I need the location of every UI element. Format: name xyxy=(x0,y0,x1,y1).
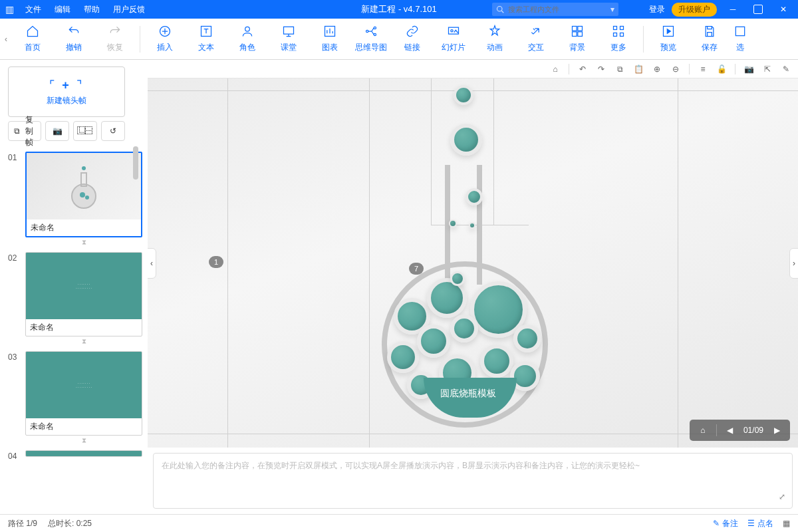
tool-select[interactable]: 选 xyxy=(730,19,750,60)
home-icon[interactable]: ⌂ xyxy=(550,64,561,74)
svg-point-24 xyxy=(80,192,85,198)
notes-placeholder: 在此处输入您的备注内容，在预览时开启双屏模式，可以实现A屏全屏播放演示内容，B屏… xyxy=(162,461,640,470)
thumbnail-list: 01 未命名 ⧗ 02 · · · · · · ·· · · · · · · ·… xyxy=(8,152,142,514)
thumbnail-3[interactable]: · · · · · · ·· · · · · · · · ·未命名 xyxy=(25,351,142,436)
tool-link[interactable]: 链接 xyxy=(392,19,433,60)
canvas-marker-1[interactable]: 1 xyxy=(209,256,223,268)
pager-home-icon[interactable]: ⌂ xyxy=(695,422,711,438)
qr-button[interactable]: ⿺⿱ xyxy=(73,121,97,141)
tool-mindmap[interactable]: 思维导图 xyxy=(350,19,392,60)
tool-redo: 恢复 xyxy=(94,19,136,60)
svg-line-1 xyxy=(501,11,503,13)
camera-button[interactable]: 📷 xyxy=(45,121,69,141)
main-area: ⌜ + ⌝ 新建镜头帧 ⧉复制帧 📷 ⿺⿱ ↺ 01 未命名 ⧗ xyxy=(0,60,798,514)
timer-icon: ⧗ xyxy=(25,237,142,251)
menu-file[interactable]: 文件 xyxy=(19,4,48,15)
path-indicator: 路径 1/9 xyxy=(8,518,37,529)
search-input[interactable] xyxy=(508,5,610,13)
menu-edit[interactable]: 编辑 xyxy=(48,4,77,15)
menu-help[interactable]: 帮助 xyxy=(77,4,106,15)
tool-undo[interactable]: 撤销 xyxy=(53,19,94,60)
pager-prev-icon[interactable]: ◀ xyxy=(722,422,738,438)
copy-icon[interactable]: ⧉ xyxy=(614,64,625,74)
rotate-right-icon[interactable]: ↷ xyxy=(596,64,606,74)
thumbnail-1[interactable]: 未命名 xyxy=(25,152,142,237)
svg-point-11 xyxy=(451,30,453,32)
zoom-in-icon[interactable]: ⊕ xyxy=(652,64,662,74)
tool-preview[interactable]: 预览 xyxy=(648,19,689,60)
timer-icon: ⧗ xyxy=(25,436,142,449)
tool-class[interactable]: 课堂 xyxy=(268,19,309,60)
duration-indicator: 总时长: 0:25 xyxy=(48,518,92,529)
expand-icon[interactable]: ⤢ xyxy=(779,492,785,501)
edit-icon[interactable]: ✎ xyxy=(781,64,791,74)
export-icon[interactable]: ⇱ xyxy=(762,64,773,74)
notes-panel[interactable]: 在此处输入您的备注内容，在预览时开启双屏模式，可以实现A屏全屏播放演示内容，B屏… xyxy=(153,453,793,509)
thumbnail-4[interactable] xyxy=(25,450,142,457)
minimize-button[interactable]: ─ xyxy=(724,3,742,16)
chevron-down-icon[interactable]: ▾ xyxy=(610,5,614,14)
menu-feedback[interactable]: 用户反馈 xyxy=(106,4,152,15)
lock-icon[interactable]: 🔓 xyxy=(716,64,727,74)
canvas[interactable]: 1 7 圆底烧瓶模板 ‹ › xyxy=(148,78,798,448)
svg-rect-17 xyxy=(620,27,624,30)
tool-slide[interactable]: 幻灯片 xyxy=(433,19,474,60)
svg-rect-16 xyxy=(614,27,617,30)
bubble-icon xyxy=(469,222,475,229)
grid-view-icon[interactable]: ▦ xyxy=(783,519,790,528)
sidebar-scrollbar[interactable] xyxy=(133,146,138,180)
camera-icon[interactable]: 📷 xyxy=(743,64,754,74)
new-frame-button[interactable]: ⌜ + ⌝ 新建镜头帧 xyxy=(8,66,125,117)
app-logo-icon: ▥ xyxy=(0,4,19,15)
paste-icon[interactable]: 📋 xyxy=(633,64,644,74)
tool-background[interactable]: 背景 xyxy=(557,19,598,60)
tool-interact[interactable]: 交互 xyxy=(515,19,557,60)
rollcall-button[interactable]: ☰ 点名 xyxy=(747,518,773,529)
svg-point-9 xyxy=(374,33,376,35)
tool-animation[interactable]: 动画 xyxy=(474,19,515,60)
bubble-icon xyxy=(450,124,482,156)
tool-more[interactable]: 更多 xyxy=(598,19,639,60)
tool-text[interactable]: 文本 xyxy=(186,19,227,60)
bubble-icon xyxy=(466,188,483,205)
login-link[interactable]: 登录 xyxy=(649,4,665,15)
notes-toggle-button[interactable]: ✎ 备注 xyxy=(713,518,738,529)
svg-point-8 xyxy=(374,27,376,29)
bubble-icon xyxy=(454,85,473,105)
toolbar-scroll-left[interactable]: ‹ xyxy=(0,35,12,44)
thumb-number: 01 xyxy=(8,152,21,251)
align-icon[interactable]: ≡ xyxy=(698,64,708,74)
maximize-button[interactable] xyxy=(749,3,767,16)
svg-point-26 xyxy=(82,166,86,170)
bubble-icon xyxy=(450,271,465,286)
collapse-left-button[interactable]: ‹ xyxy=(148,248,156,279)
canvas-area: ⌂ ↶ ↷ ⧉ 📋 ⊕ ⊖ ≡ 🔓 📷 ⇱ ✎ 1 7 xyxy=(148,60,798,514)
svg-point-7 xyxy=(366,30,368,32)
tool-chart[interactable]: 图表 xyxy=(309,19,350,60)
bubble-icon xyxy=(449,219,457,227)
svg-point-25 xyxy=(85,196,89,200)
loop-button[interactable]: ↺ xyxy=(101,121,125,141)
close-button[interactable]: ✕ xyxy=(774,3,793,16)
svg-rect-5 xyxy=(284,27,294,34)
tool-home[interactable]: 首页 xyxy=(12,19,53,60)
collapse-right-button[interactable]: › xyxy=(789,248,798,279)
rotate-left-icon[interactable]: ↶ xyxy=(577,64,588,74)
upgrade-button[interactable]: 升级账户 xyxy=(672,3,717,17)
thumbnail-2[interactable]: · · · · · · ·· · · · · · · · ·未命名 xyxy=(25,252,142,336)
svg-rect-10 xyxy=(449,27,459,34)
tool-role[interactable]: 角色 xyxy=(227,19,268,60)
tool-insert[interactable]: 插入 xyxy=(144,19,186,60)
svg-rect-18 xyxy=(614,33,617,37)
window-title: 新建工程 - v4.7.101 xyxy=(361,3,436,15)
search-box[interactable]: ▾ xyxy=(492,3,618,16)
search-icon xyxy=(496,5,504,13)
tool-save[interactable]: 保存 xyxy=(689,19,730,60)
copy-frame-button[interactable]: ⧉复制帧 xyxy=(8,121,41,141)
bubble-icon xyxy=(480,344,513,378)
pager-next-icon[interactable]: ▶ xyxy=(769,422,785,438)
bubble-icon xyxy=(387,341,419,373)
canvas-toolbar: ⌂ ↶ ↷ ⧉ 📋 ⊕ ⊖ ≡ 🔓 📷 ⇱ ✎ xyxy=(148,60,798,78)
zoom-out-icon[interactable]: ⊖ xyxy=(670,64,681,74)
flask-label: 圆底烧瓶模板 xyxy=(440,388,496,400)
